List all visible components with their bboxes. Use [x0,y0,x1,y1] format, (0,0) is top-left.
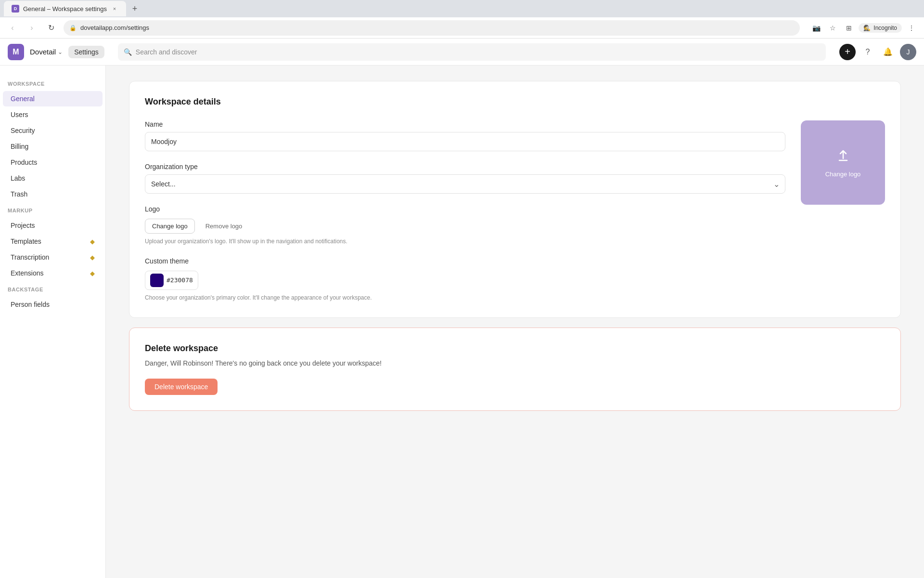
lock-icon: 🔒 [69,25,77,31]
color-picker-row: #230078 [145,271,785,290]
logo-upload-area[interactable]: Change logo [801,120,885,205]
refresh-btn[interactable]: ↻ [44,21,58,35]
templates-premium-icon: ◆ [90,238,95,245]
sidebar-item-labs[interactable]: Labs [3,171,103,186]
user-avatar[interactable]: J [900,44,916,60]
search-icon: 🔍 [124,48,132,56]
sidebar-item-products[interactable]: Products [3,155,103,170]
name-field-group: Name [145,120,785,151]
sidebar-item-projects[interactable]: Projects [3,218,103,233]
sidebar-item-general[interactable]: General [3,91,103,106]
name-input[interactable] [145,132,785,151]
logo-upload-text: Change logo [825,171,861,178]
sidebar-item-billing-label: Billing [11,143,95,150]
search-placeholder: Search and discover [136,48,197,56]
org-type-select[interactable]: Select... [145,174,785,194]
camera-off-icon[interactable]: 📷 [809,21,823,35]
sidebar-item-users[interactable]: Users [3,107,103,122]
custom-theme-section: Custom theme #230078 Choose your organiz… [145,257,785,302]
sidebar-item-products-label: Products [11,158,95,166]
header-actions: + ? 🔔 J [839,44,916,60]
sidebar-item-projects-label: Projects [11,222,95,229]
tab-grid-icon[interactable]: ⊞ [842,21,856,35]
workspace-avatar: M [8,44,24,60]
incognito-label: Incognito [873,25,897,31]
settings-label: Settings [68,46,104,58]
workspace-details-title: Workspace details [145,97,885,107]
form-fields: Name Organization type Select... [145,120,785,302]
sidebar-item-person-fields[interactable]: Person fields [3,297,103,312]
name-label: Name [145,120,785,128]
more-btn[interactable]: ⋮ [905,21,918,35]
transcription-premium-icon: ◆ [90,254,95,261]
markup-section-label: Markup [0,208,105,217]
browser-actions: 📷 ☆ ⊞ 🕵 Incognito ⋮ [809,21,918,35]
form-with-logo: Name Organization type Select... [145,120,885,302]
logo-buttons: Change logo Remove logo [145,219,785,234]
delete-workspace-description: Danger, Will Robinson! There's no going … [145,359,885,367]
workspace-section-label: Workspace [0,81,105,91]
color-swatch [150,274,164,287]
bookmark-icon[interactable]: ☆ [826,21,839,35]
sidebar-item-extensions-label: Extensions [11,269,86,277]
add-button[interactable]: + [839,44,856,60]
sidebar-item-security[interactable]: Security [3,123,103,138]
sidebar-item-labs-label: Labs [11,174,95,182]
incognito-icon: 🕵 [863,25,871,31]
logo-help-text: Upload your organization's logo. It'll s… [145,237,785,246]
active-tab[interactable]: D General – Workspace settings × [4,1,126,16]
org-type-label: Organization type [145,163,785,171]
sidebar-item-users-label: Users [11,111,95,118]
tab-title: General – Workspace settings [23,5,107,13]
notification-button[interactable]: 🔔 [880,44,896,60]
sidebar-item-transcription[interactable]: Transcription ◆ [3,250,103,265]
tab-favicon: D [12,5,19,13]
forward-btn[interactable]: › [25,21,38,35]
app-header: M Dovetail ⌄ Settings 🔍 Search and disco… [0,39,924,66]
url-text: dovetailapp.com/settings [80,24,149,31]
workspace-name-label: Dovetail [30,48,56,56]
logo-label: Logo [145,205,785,213]
theme-help-text: Choose your organization's primary color… [145,294,785,302]
sidebar-item-billing[interactable]: Billing [3,139,103,154]
sidebar-item-transcription-label: Transcription [11,253,86,261]
help-button[interactable]: ? [860,44,876,60]
color-display[interactable]: #230078 [145,271,198,290]
color-value-text: #230078 [167,276,193,284]
workspace-chevron-icon: ⌄ [58,49,63,55]
remove-logo-btn[interactable]: Remove logo [199,219,249,233]
change-logo-btn[interactable]: Change logo [145,219,195,234]
workspace-name-btn[interactable]: Dovetail ⌄ [30,48,63,56]
delete-workspace-btn[interactable]: Delete workspace [145,379,218,395]
sidebar-item-templates-label: Templates [11,237,86,245]
sidebar-item-trash-label: Trash [11,190,95,198]
sidebar-item-security-label: Security [11,127,95,134]
extensions-premium-icon: ◆ [90,270,95,277]
org-type-field-group: Organization type Select... [145,163,785,194]
tab-bar: D General – Workspace settings × + [0,0,924,17]
logo-section: Logo Change logo Remove logo Upload your… [145,205,785,246]
upload-icon [835,148,851,167]
delete-workspace-title: Delete workspace [145,343,885,354]
custom-theme-label: Custom theme [145,257,785,265]
backstage-section-label: Backstage [0,287,105,296]
search-bar[interactable]: 🔍 Search and discover [118,43,826,61]
main-content: Workspace details Name Organization type… [106,66,924,578]
sidebar: Workspace General Users Security Billing… [0,66,106,578]
sidebar-item-person-fields-label: Person fields [11,301,95,308]
new-tab-btn[interactable]: + [128,2,141,15]
workspace-details-card: Workspace details Name Organization type… [129,81,901,318]
sidebar-item-trash[interactable]: Trash [3,186,103,202]
url-bar[interactable]: 🔒 dovetailapp.com/settings [64,20,800,36]
tab-close-btn[interactable]: × [111,5,118,13]
sidebar-item-extensions[interactable]: Extensions ◆ [3,265,103,281]
logo-area: Change logo [801,120,885,302]
sidebar-item-general-label: General [11,95,95,103]
delete-workspace-card: Delete workspace Danger, Will Robinson! … [129,328,901,411]
address-bar: ‹ › ↻ 🔒 dovetailapp.com/settings 📷 ☆ ⊞ 🕵… [0,17,924,39]
main-layout: Workspace General Users Security Billing… [0,66,924,578]
incognito-badge: 🕵 Incognito [859,23,902,33]
back-btn[interactable]: ‹ [6,21,19,35]
org-type-select-wrapper: Select... [145,174,785,194]
sidebar-item-templates[interactable]: Templates ◆ [3,234,103,249]
